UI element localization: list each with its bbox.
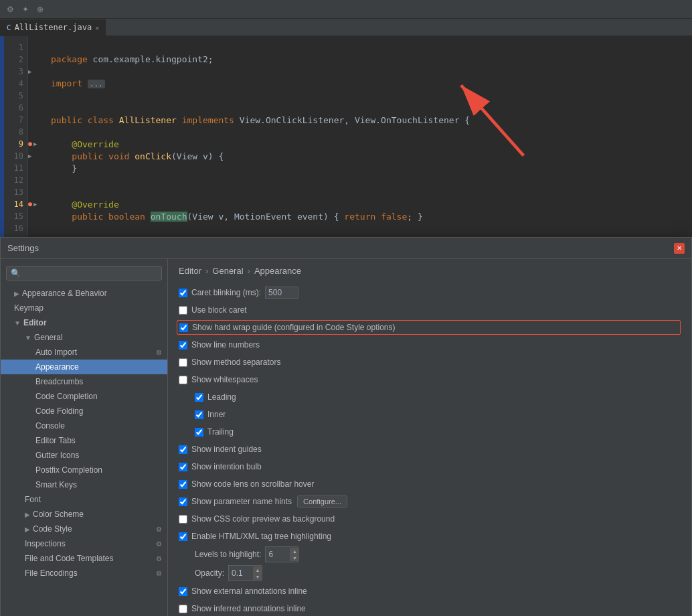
sidebar-item-editor[interactable]: ▼ Editor bbox=[1, 315, 167, 330]
sidebar-item-color-scheme[interactable]: ▶ Color Scheme bbox=[1, 507, 167, 522]
opacity-up-arrow[interactable]: ▲ bbox=[253, 566, 262, 573]
sidebar-item-file-code-templates[interactable]: File and Code Templates ⚙ bbox=[1, 551, 167, 566]
sidebar-item-editor-tabs[interactable]: Editor Tabs bbox=[1, 433, 167, 448]
editor-arrow-icon: ▼ bbox=[14, 319, 21, 327]
caret-blink-value[interactable] bbox=[265, 287, 298, 299]
sidebar-item-general[interactable]: ▼ General bbox=[1, 330, 167, 345]
opacity-row: Opacity: ▲ ▼ bbox=[179, 565, 681, 581]
method-separators-checkbox[interactable] bbox=[179, 358, 187, 367]
html-xml-checkbox[interactable] bbox=[179, 532, 187, 541]
caret-blink-checkbox[interactable] bbox=[179, 289, 187, 297]
sidebar-item-postfix-completion[interactable]: Postfix Completion bbox=[1, 463, 167, 477]
color-scheme-arrow: ▶ bbox=[25, 511, 30, 518]
code-lens-checkbox[interactable] bbox=[179, 480, 187, 489]
settings-icon-code-style: ⚙ bbox=[156, 526, 162, 533]
sidebar-item-auto-import[interactable]: Auto Import ⚙ bbox=[1, 345, 167, 360]
code-lens-label: Show code lens on scrollbar hover bbox=[191, 479, 314, 489]
sidebar-item-appearance[interactable]: Appearance bbox=[1, 360, 167, 374]
sidebar-item-file-encodings[interactable]: File Encodings ⚙ bbox=[1, 566, 167, 581]
method-separators-label: Show method separators bbox=[191, 358, 280, 367]
intention-bulb-row: Show intention bulb bbox=[179, 459, 681, 474]
css-color-checkbox[interactable] bbox=[179, 515, 187, 524]
opacity-spinbox[interactable]: ▲ ▼ bbox=[228, 565, 262, 581]
sidebar-item-console[interactable]: Console bbox=[1, 418, 167, 433]
levels-spinbox[interactable]: ▲ ▼ bbox=[265, 546, 298, 562]
levels-label: Levels to highlight: bbox=[195, 550, 261, 559]
trailing-row: Trailing bbox=[179, 425, 681, 439]
line-numbers-row: Show line numbers bbox=[179, 337, 681, 352]
opacity-input[interactable] bbox=[232, 568, 252, 578]
show-whitespaces-label: Show whitespaces bbox=[191, 375, 258, 384]
sidebar-item-keymap[interactable]: Keymap bbox=[1, 301, 167, 315]
toolbar-btn-2[interactable]: ✦ bbox=[19, 3, 31, 15]
sidebar-item-smart-keys[interactable]: Smart Keys bbox=[1, 477, 167, 492]
param-hints-checkbox[interactable] bbox=[179, 497, 187, 506]
inferred-annotations-checkbox[interactable] bbox=[179, 605, 187, 613]
levels-down-arrow[interactable]: ▼ bbox=[290, 554, 299, 561]
dialog-body: ▶ Appearance & Behavior Keymap ▼ Editor … bbox=[1, 259, 691, 616]
external-annotations-row: Show external annotations inline bbox=[179, 584, 681, 599]
settings-search[interactable] bbox=[6, 266, 162, 281]
settings-sidebar: ▶ Appearance & Behavior Keymap ▼ Editor … bbox=[1, 259, 168, 616]
close-button[interactable]: ✕ bbox=[674, 243, 685, 254]
sidebar-item-font[interactable]: Font bbox=[1, 492, 167, 507]
indent-guides-label: Show indent guides bbox=[191, 445, 262, 454]
general-arrow-icon: ▼ bbox=[25, 334, 31, 341]
show-whitespaces-row: Show whitespaces bbox=[179, 372, 681, 387]
block-caret-checkbox[interactable] bbox=[179, 306, 187, 315]
method-separators-row: Show method separators bbox=[179, 355, 681, 370]
sidebar-item-inspections[interactable]: Inspections ⚙ bbox=[1, 536, 167, 551]
levels-up-arrow[interactable]: ▲ bbox=[290, 548, 299, 554]
indent-guides-checkbox[interactable] bbox=[179, 445, 187, 454]
line-numbers-label: Show line numbers bbox=[191, 340, 260, 350]
tab-filename: AllListener.java bbox=[15, 23, 92, 32]
code-editor: 1 2 3 4 5 6 7 8 9 10 11 12 13 14 15 16 1… bbox=[0, 36, 692, 237]
external-annotations-checkbox[interactable] bbox=[179, 587, 187, 596]
line-numbers: 1 2 3 4 5 6 7 8 9 10 11 12 13 14 15 16 1… bbox=[4, 36, 28, 237]
html-xml-row: Enable HTML/XML tag tree highlighting bbox=[179, 529, 681, 544]
sidebar-item-code-style[interactable]: ▶ Code Style ⚙ bbox=[1, 522, 167, 536]
trailing-label: Trailing bbox=[207, 427, 234, 437]
configure-button[interactable]: Configure... bbox=[297, 495, 347, 508]
sidebar-item-gutter-icons[interactable]: Gutter Icons bbox=[1, 448, 167, 463]
sidebar-item-appearance-behavior[interactable]: ▶ Appearance & Behavior bbox=[1, 286, 167, 301]
breadcrumb-sep1: › bbox=[205, 266, 208, 276]
dialog-titlebar: Settings ✕ bbox=[1, 238, 691, 259]
settings-content: Editor › General › Appearance Caret blin… bbox=[168, 259, 691, 616]
gutter: ▶ ●▶ ▶ ●▶ bbox=[28, 36, 43, 237]
opacity-down-arrow[interactable]: ▼ bbox=[253, 573, 262, 580]
show-whitespaces-checkbox[interactable] bbox=[179, 376, 187, 384]
inner-row: Inner bbox=[179, 407, 681, 422]
dialog-title: Settings bbox=[7, 243, 39, 253]
code-content: package com.example.kingpoint2; import .… bbox=[43, 36, 692, 237]
code-lens-row: Show code lens on scrollbar hover bbox=[179, 477, 681, 491]
editor-tab-alllistener[interactable]: C AllListener.java ✕ bbox=[0, 19, 106, 35]
levels-input[interactable] bbox=[268, 550, 288, 559]
line-numbers-checkbox[interactable] bbox=[179, 341, 187, 350]
levels-row: Levels to highlight: ▲ ▼ bbox=[179, 546, 681, 562]
leading-checkbox[interactable] bbox=[195, 393, 203, 402]
spin-arrows-opacity: ▲ ▼ bbox=[253, 566, 262, 580]
inner-checkbox[interactable] bbox=[195, 410, 203, 419]
leading-row: Leading bbox=[179, 390, 681, 404]
toolbar-btn-3[interactable]: ⊕ bbox=[34, 3, 46, 15]
sidebar-item-code-completion[interactable]: Code Completion bbox=[1, 389, 167, 404]
caret-blink-label: Caret blinking (ms): bbox=[191, 288, 261, 297]
leading-label: Leading bbox=[207, 392, 236, 402]
external-annotations-label: Show external annotations inline bbox=[191, 587, 307, 596]
sidebar-item-breadcrumbs[interactable]: Breadcrumbs bbox=[1, 374, 167, 389]
hard-wrap-label: Show hard wrap guide (configured in Code… bbox=[192, 323, 396, 332]
trailing-checkbox[interactable] bbox=[195, 428, 203, 437]
hard-wrap-checkbox[interactable] bbox=[179, 323, 188, 332]
toolbar-btn-1[interactable]: ⚙ bbox=[4, 3, 17, 15]
tab-bar: C AllListener.java ✕ bbox=[0, 19, 692, 36]
intention-bulb-checkbox[interactable] bbox=[179, 463, 187, 471]
arrow-icon: ▶ bbox=[14, 290, 19, 297]
tab-close-btn[interactable]: ✕ bbox=[95, 24, 99, 31]
intention-bulb-label: Show intention bulb bbox=[191, 462, 262, 471]
settings-icon-file-templates: ⚙ bbox=[156, 555, 162, 562]
param-hints-label: Show parameter name hints bbox=[191, 497, 292, 506]
sidebar-item-code-folding[interactable]: Code Folding bbox=[1, 404, 167, 418]
settings-icon-auto-import: ⚙ bbox=[156, 349, 162, 356]
breadcrumb-sep2: › bbox=[248, 266, 250, 276]
